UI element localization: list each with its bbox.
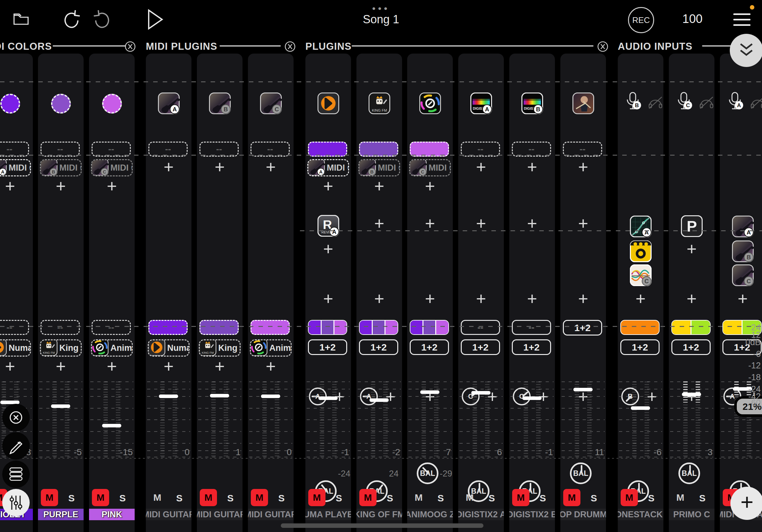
collapse-all-button[interactable] [730, 34, 762, 67]
midi-guitar-slot-button[interactable]: AMIDI GUITAR [0, 159, 31, 176]
empty-slot[interactable]: -- [40, 142, 80, 157]
mute-button[interactable]: M [251, 489, 268, 506]
fader-handle[interactable] [631, 406, 650, 410]
stereo-output-button[interactable]: 1+2 [620, 339, 659, 355]
add-slot-button[interactable]: + [146, 158, 191, 175]
color-slot[interactable] [199, 320, 239, 335]
channel-name[interactable]: PINK [89, 509, 135, 520]
add-slot-button[interactable]: + [248, 358, 294, 375]
solo-button[interactable]: S [387, 493, 393, 503]
add-slot-button[interactable]: + [618, 290, 663, 307]
mic-input-icon[interactable]: B [624, 91, 647, 117]
mute-button[interactable]: M [621, 489, 638, 506]
channel-name[interactable]: PRIMO C [669, 509, 715, 520]
fader-handle[interactable] [369, 398, 389, 402]
insert-plugin-icon[interactable]: C [732, 264, 754, 287]
channel-name[interactable]: POP DRUMME [560, 509, 606, 520]
add-slot-button[interactable]: + [0, 358, 33, 375]
fader-handle[interactable] [471, 391, 491, 395]
insert-plugin-icon[interactable]: B [732, 240, 754, 263]
midi-color-swatch[interactable] [102, 94, 122, 113]
stereo-output-button[interactable]: 1+2 [461, 339, 500, 355]
add-slot-button[interactable]: + [509, 290, 555, 307]
midi-guitar-slot-button[interactable]: CMIDI GUITAR [409, 159, 451, 176]
insert-plugin-icon[interactable]: A [732, 216, 754, 238]
add-slot-button[interactable]: + [356, 177, 402, 195]
add-slot-button[interactable]: + [407, 215, 453, 232]
mute-button[interactable]: M [410, 489, 427, 506]
mic-input-icon[interactable]: A [725, 91, 749, 117]
add-slot-button[interactable]: + [407, 290, 453, 307]
mute-button[interactable]: M [461, 489, 478, 506]
empty-slot[interactable]: -- [251, 142, 290, 157]
channel-app-icon[interactable]: DIGISTB [521, 93, 543, 115]
mute-button[interactable]: M [359, 489, 377, 506]
channel-name[interactable]: DIGISTIX2 B [509, 509, 555, 520]
stereo-output-button[interactable]: 1+2 [410, 339, 449, 355]
empty-slot[interactable]: -- [0, 142, 29, 157]
fader-handle[interactable] [682, 393, 701, 396]
add-slot-button[interactable]: + [197, 158, 243, 175]
channel-list-button[interactable] [2, 461, 30, 488]
color-slot[interactable] [308, 142, 347, 157]
color-slot[interactable] [620, 320, 659, 335]
add-slot-button[interactable]: + [89, 177, 135, 195]
mute-button[interactable]: M [200, 489, 217, 506]
channel-name[interactable]: ANIMOOG Z [407, 509, 453, 520]
balance-knob[interactable]: BAL [678, 462, 700, 484]
headphones-off-icon[interactable] [749, 95, 762, 111]
add-slot-button[interactable]: + [248, 158, 294, 175]
plugin-target-button[interactable]: Animoog Z [91, 339, 133, 357]
plugin-target-button[interactable]: KING FMKing of FM [199, 339, 241, 357]
empty-slot[interactable]: -- [92, 320, 131, 335]
insert-plugin-icon[interactable]: RREVELA [318, 215, 339, 238]
midi-color-segments[interactable] [359, 320, 398, 335]
solo-button[interactable]: S [540, 493, 546, 503]
add-slot-button[interactable]: + [38, 358, 84, 375]
section-collapse-icon[interactable] [284, 41, 296, 54]
mute-button[interactable]: M [512, 489, 529, 506]
mic-input-icon[interactable]: C [675, 91, 698, 117]
horizontal-scrollbar[interactable] [281, 523, 484, 528]
color-slot[interactable] [359, 142, 398, 157]
headphones-off-icon[interactable] [647, 95, 664, 111]
add-slot-button[interactable]: + [89, 358, 135, 375]
channel-app-icon[interactable]: DIGISTA [470, 93, 492, 115]
channel-name[interactable]: MIDI GUITAR [248, 509, 294, 520]
balance-knob[interactable]: BAL [570, 462, 592, 484]
color-slot[interactable] [251, 320, 290, 335]
solo-button[interactable]: S [648, 493, 654, 503]
plugin-target-button[interactable]: KING FMKing of FM [40, 339, 82, 357]
fader-handle[interactable] [319, 396, 338, 400]
fader-handle[interactable] [210, 394, 229, 397]
channel-app-icon[interactable]: KING FM [369, 93, 390, 115]
add-slot-button[interactable]: + [669, 240, 715, 257]
solo-button[interactable]: S [227, 493, 234, 503]
empty-slot[interactable]: -- [563, 142, 602, 157]
balance-knob[interactable]: BAL [417, 462, 438, 484]
edit-button[interactable] [2, 432, 30, 460]
add-slot-button[interactable]: + [305, 177, 351, 195]
empty-slot[interactable]: -- [461, 142, 500, 157]
close-edit-button[interactable] [2, 404, 30, 431]
stereo-output-button[interactable]: 1+2 [512, 339, 551, 355]
mute-button[interactable]: M [92, 489, 109, 506]
solo-button[interactable]: S [489, 493, 495, 503]
solo-button[interactable]: S [68, 493, 75, 503]
add-slot-button[interactable]: + [720, 290, 762, 307]
fader-handle[interactable] [102, 424, 121, 428]
plugin-target-button[interactable]: Animoog Z [250, 339, 292, 357]
insert-plugin-icon[interactable]: C [630, 264, 651, 287]
solo-button[interactable]: S [699, 493, 706, 503]
solo-button[interactable]: S [278, 493, 285, 503]
section-collapse-icon[interactable] [597, 41, 609, 54]
plugin-target-button[interactable]: Numa Player [148, 339, 190, 357]
channel-name[interactable]: MIDI GUITAR [146, 509, 191, 520]
section-collapse-icon[interactable] [124, 41, 136, 54]
channel-app-icon[interactable]: B [209, 93, 231, 115]
stereo-output-button[interactable]: 1+2 [359, 339, 398, 355]
empty-slot[interactable]: -- [199, 142, 239, 157]
color-slot[interactable] [410, 142, 449, 157]
add-slot-button[interactable]: + [458, 215, 504, 232]
solo-button[interactable]: S [591, 493, 597, 503]
